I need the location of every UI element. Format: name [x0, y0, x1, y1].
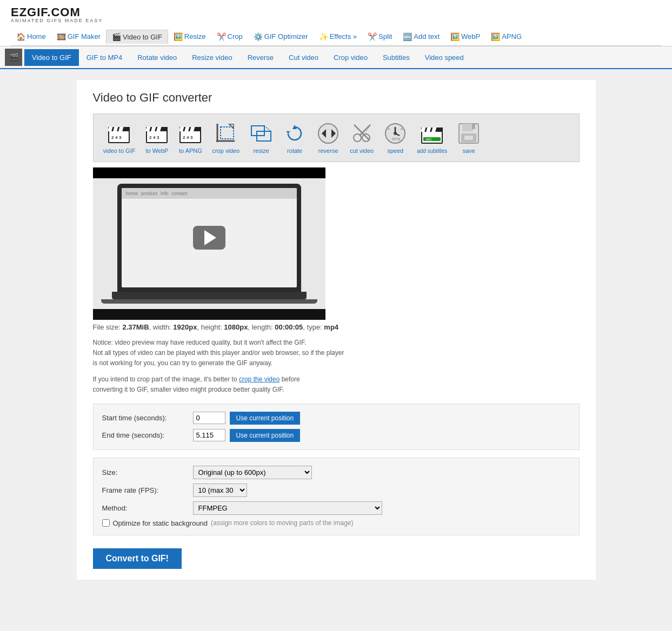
- start-time-row: Start time (seconds): Use current positi…: [102, 412, 570, 425]
- size-select[interactable]: Original (up to 600px) 320px 480px 600px: [193, 466, 312, 479]
- notice-line2: Not all types of video can be played wit…: [93, 348, 580, 358]
- use-current-start-button[interactable]: Use current position: [230, 412, 301, 425]
- sub-nav-subtitles[interactable]: Subtitles: [375, 49, 417, 66]
- sub-nav-rotate-video[interactable]: Rotate video: [130, 49, 184, 66]
- sub-nav-video-to-gif[interactable]: Video to GIF: [24, 49, 79, 66]
- page-title: Video to GIF converter: [93, 91, 580, 105]
- crop-notice-after: converting it to GIF, smaller video migh…: [93, 386, 284, 393]
- crop-video-link[interactable]: crop the video: [239, 375, 280, 383]
- logo[interactable]: EZGIF.COM ANIMATED GIFS MADE EASY: [11, 5, 103, 23]
- tool-label-crop: crop video: [212, 147, 239, 154]
- start-time-input[interactable]: [193, 412, 225, 424]
- laptop-display: home product info contact: [117, 184, 301, 292]
- sub-nav-cut-video[interactable]: Cut video: [281, 49, 326, 66]
- optimize-row: Optimize for static background (assign m…: [102, 519, 570, 527]
- svg-rect-63: [464, 136, 473, 140]
- tool-rotate[interactable]: rotate: [278, 119, 311, 156]
- svg-text:2: 2: [183, 135, 185, 140]
- tool-icon-crop: [214, 122, 238, 145]
- logo-sub: ANIMATED GIFS MADE EASY: [11, 18, 103, 23]
- fps-select[interactable]: 10 (max 30 seconds): [193, 484, 247, 497]
- file-height: 1080px: [224, 323, 248, 331]
- sub-nav-video-speed[interactable]: Video speed: [417, 49, 471, 66]
- nav-gif-optimizer[interactable]: ⚙️ GIF Optimizer: [248, 30, 314, 43]
- method-label: Method:: [102, 504, 189, 512]
- sub-nav-crop-video[interactable]: Crop video: [326, 49, 375, 66]
- settings-form-section: Size: Original (up to 600px) 320px 480px…: [93, 458, 580, 535]
- file-length: 00:00:05: [275, 323, 303, 331]
- play-icon: [204, 230, 216, 245]
- film-icon: 🎬: [5, 49, 22, 66]
- tool-label-cut: cut video: [350, 147, 374, 154]
- nav-webp[interactable]: 🖼️ WebP: [445, 30, 485, 43]
- tool-icon-video-to-gif: 2 4 3: [107, 122, 131, 145]
- nav-gif-maker[interactable]: 🎞️ GIF Maker: [51, 30, 106, 43]
- video-screen: home product info contact: [93, 178, 325, 309]
- nav-crop[interactable]: ✂️ Crop: [211, 30, 248, 43]
- top-nav: 🏠 Home 🎞️ GIF Maker 🎬 Video to GIF 🖼️ Re…: [11, 28, 661, 46]
- svg-line-43: [354, 125, 369, 140]
- method-row: Method: FFMPEG: [102, 501, 570, 515]
- laptop-base: [112, 292, 307, 299]
- sub-nav-reverse[interactable]: Reverse: [240, 49, 281, 66]
- nav-effects[interactable]: ✨ Effects »: [314, 30, 362, 43]
- tool-label-to-apng: to APNG: [179, 147, 202, 154]
- tool-video-to-gif[interactable]: 2 4 3 video to GIF: [99, 119, 140, 156]
- tool-icon-apng: 2 4 3: [178, 122, 202, 145]
- tool-label-speed: speed: [387, 147, 403, 154]
- nav-resize[interactable]: 🖼️ Resize: [168, 30, 211, 43]
- tool-reverse[interactable]: reverse: [312, 119, 344, 156]
- size-label: Size:: [102, 468, 189, 476]
- method-select[interactable]: FFMPEG: [193, 501, 382, 515]
- svg-text:2: 2: [149, 135, 152, 140]
- size-row: Size: Original (up to 600px) 320px 480px…: [102, 466, 570, 479]
- split-icon: ✂️: [368, 32, 377, 41]
- nav-split[interactable]: ✂️ Split: [362, 30, 397, 43]
- end-time-row: End time (seconds): Use current position: [102, 429, 570, 442]
- use-current-end-button[interactable]: Use current position: [230, 429, 301, 442]
- start-time-label: Start time (seconds):: [102, 414, 189, 422]
- home-icon: 🏠: [16, 32, 25, 41]
- svg-rect-61: [472, 124, 475, 129]
- tool-save[interactable]: save: [453, 119, 485, 156]
- svg-text:3: 3: [119, 135, 122, 140]
- tool-icon-rotate: [283, 122, 307, 145]
- fps-row: Frame rate (FPS): 10 (max 30 seconds): [102, 484, 570, 497]
- tool-to-webp[interactable]: 2 4 3 to WebP: [141, 119, 173, 156]
- optimize-checkbox[interactable]: [102, 519, 110, 527]
- laptop-screen: home product info contact: [122, 188, 297, 287]
- nav-apng[interactable]: 🖼️ APNG: [485, 30, 527, 43]
- tool-icon-webp: 2 4 3: [145, 122, 169, 145]
- svg-text:4: 4: [187, 135, 189, 140]
- tool-resize[interactable]: resize: [245, 119, 277, 156]
- svg-text:4: 4: [153, 135, 156, 140]
- crop-nav-icon: ✂️: [217, 32, 226, 41]
- laptop-screen-toolbar: home product info contact: [122, 188, 297, 199]
- notice-line1: Notice: video preview may have reduced q…: [93, 338, 580, 348]
- tool-icon-speed: RPM: [383, 122, 407, 145]
- tool-to-apng[interactable]: 2 4 3 to APNG: [174, 119, 207, 156]
- sub-nav-resize-video[interactable]: Resize video: [184, 49, 239, 66]
- apng-icon: 🖼️: [491, 32, 500, 41]
- nav-video-to-gif[interactable]: 🎬 Video to GIF: [106, 30, 168, 44]
- play-button[interactable]: [193, 226, 225, 250]
- nav-home[interactable]: 🏠 Home: [11, 30, 51, 43]
- tool-cut-video[interactable]: cut video: [345, 119, 378, 156]
- effects-icon: ✨: [319, 32, 328, 41]
- resize-nav-icon: 🖼️: [174, 32, 183, 41]
- svg-text:2: 2: [111, 135, 114, 140]
- sub-nav-gif-to-mp4[interactable]: GIF to MP4: [79, 49, 130, 66]
- tool-label-reverse: reverse: [318, 147, 338, 154]
- tool-speed[interactable]: RPM speed: [379, 119, 411, 156]
- convert-button[interactable]: Convert to GIF!: [93, 548, 182, 569]
- tool-icon-resize: [249, 122, 273, 145]
- tool-bar: 2 4 3 video to GIF 2 4 3: [93, 113, 580, 162]
- end-time-input[interactable]: [193, 429, 225, 441]
- video-black-bottom: [93, 309, 325, 320]
- video-container: home product info contact: [93, 167, 325, 320]
- tool-add-subtitles[interactable]: ABC add subtitles: [412, 120, 451, 156]
- tool-label-subtitles: add subtitles: [417, 148, 447, 154]
- tool-crop-video[interactable]: crop video: [208, 119, 244, 156]
- notice-line3: is not working for you, you can try to g…: [93, 358, 580, 368]
- nav-add-text[interactable]: 🔤 Add text: [397, 30, 445, 43]
